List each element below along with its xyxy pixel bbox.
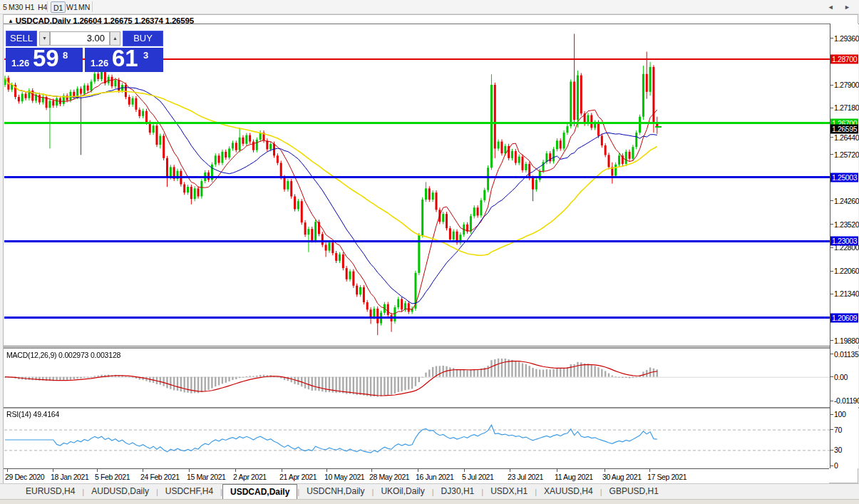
time-axis-tick	[97, 469, 98, 472]
time-axis-tick	[189, 469, 190, 472]
time-axis-date-label: 23 Jul 2021	[508, 473, 543, 481]
buy-button[interactable]: BUY	[123, 31, 163, 46]
time-axis-tick	[7, 469, 8, 472]
chart-tab-usdcad[interactable]: USDCAD,Daily	[222, 484, 297, 500]
rsi-panel-splitter[interactable]	[4, 407, 859, 408]
price-axis-tick	[830, 38, 833, 38]
price-axis-label: 1.27180	[834, 103, 859, 112]
bid-price-prefix: 1.26	[11, 58, 29, 68]
rsi-indicator-label: RSI(14) 49.4164	[6, 410, 59, 418]
chart-tab-dj30[interactable]: DJ30,H1	[434, 485, 482, 499]
price-line-label: 1.23003	[830, 237, 858, 246]
ask-price-point: 3	[143, 50, 148, 61]
price-axis-label: 1.19880	[834, 336, 859, 345]
price-axis-tick	[830, 224, 833, 225]
ask-price-big: 61	[112, 45, 138, 72]
time-axis-date-label: 18 Jan 2021	[51, 473, 88, 481]
ask-price-button[interactable]: 1.26 61 3	[85, 48, 163, 72]
timeframe-button-h1[interactable]: H1	[23, 1, 36, 13]
indicator-axis-label: 100	[834, 410, 845, 418]
chart-tab-eurusd[interactable]: EURUSD,H4	[19, 485, 82, 499]
main-panel-top-border	[4, 24, 859, 24]
price-axis-tick	[830, 154, 833, 155]
price-axis-tick	[830, 85, 833, 86]
indicator-axis-label: 30	[834, 446, 842, 454]
time-axis-tick	[557, 469, 557, 472]
price-line-label: 1.25003	[830, 173, 858, 182]
time-axis-date-label: 24 Feb 2021	[140, 473, 180, 481]
chart-tab-bar: EURUSD,H4|AUDUSD,Daily|USDCHF,H4|USDCAD,…	[0, 483, 859, 499]
price-axis-tick	[830, 414, 833, 415]
price-axis-label: 1.21340	[834, 289, 859, 298]
terminal-window: 5M30H1H4D1W1MN ▲ USDCAD,Daily 1.26604 1.…	[0, 0, 859, 504]
one-click-trading-panel: SELL ▼ 3.00 ▲ BUY 1.26 59 8 1.26 61 3	[6, 31, 163, 72]
pivot-line[interactable]	[4, 122, 830, 124]
price-axis-tick	[830, 247, 833, 248]
chart-tab-usdchf[interactable]: USDCHF,H4	[158, 485, 220, 499]
tab-scroll-arrows[interactable]: ◄ ►	[828, 4, 855, 11]
time-axis-tick	[605, 469, 605, 472]
volume-input[interactable]: 3.00	[50, 31, 110, 46]
chart-tab-usdx[interactable]: USDX,H1	[483, 485, 535, 499]
chart-tab-usdcnh[interactable]: USDCNH,Daily	[299, 485, 371, 499]
indicator-axis-label: 0.00	[834, 373, 848, 381]
macd-panel-canvas[interactable]	[4, 349, 830, 406]
time-axis-tick	[649, 469, 650, 472]
price-axis-tick	[830, 340, 833, 341]
price-axis-tick	[830, 429, 833, 430]
indicator-axis-label: 0	[834, 461, 838, 470]
bid-price-button[interactable]: 1.26 59 8	[6, 48, 83, 72]
time-axis-date-label: 2 Apr 2021	[233, 473, 267, 481]
rsi-panel-canvas[interactable]	[4, 408, 830, 468]
price-axis-label: 1.23520	[834, 220, 859, 229]
price-line-label: 1.26595	[830, 124, 858, 133]
time-axis-tick	[235, 469, 236, 472]
price-axis-label: 1.26440	[834, 133, 859, 142]
price-axis[interactable]: 1.293601.279001.271801.264401.257201.242…	[830, 24, 858, 468]
time-axis-tick	[418, 469, 418, 472]
volume-decrease-button[interactable]: ▼	[39, 31, 50, 46]
support-line-2[interactable]	[4, 240, 830, 242]
time-axis-date-label: 28 May 2021	[369, 473, 409, 481]
bid-price-point: 8	[63, 50, 68, 61]
price-axis-tick	[830, 271, 833, 272]
main-panel-bottom-border	[4, 346, 859, 346]
price-axis-tick	[830, 466, 833, 466]
timeframe-button-mn[interactable]: MN	[76, 1, 92, 13]
support-line-3[interactable]	[4, 317, 830, 319]
chart-tab-ukoil[interactable]: UKOil,Daily	[374, 485, 431, 499]
volume-increase-button[interactable]: ▲	[110, 31, 120, 46]
bid-price-big: 59	[33, 45, 59, 72]
chart-tab-gbpusd[interactable]: GBPUSD,H1	[602, 485, 666, 499]
price-axis-tick	[830, 401, 833, 401]
time-axis-date-label: 11 Aug 2021	[555, 473, 593, 481]
support-line-1[interactable]	[4, 176, 830, 178]
time-axis-tick	[53, 469, 53, 472]
time-axis-date-label: 29 Dec 2020	[5, 473, 44, 481]
main-chart-canvas[interactable]	[4, 24, 830, 345]
indicator-axis-label: 70	[834, 426, 842, 434]
time-axis-date-label: 15 Mar 2021	[187, 473, 226, 481]
toolbar-separator	[92, 1, 93, 12]
macd-panel-splitter[interactable]	[4, 347, 859, 349]
chart-tab-xauusd[interactable]: XAUUSD,H4	[537, 485, 600, 499]
time-axis[interactable]: 29 Dec 202018 Jan 20215 Feb 202124 Feb 2…	[4, 468, 829, 483]
time-axis-tick	[143, 469, 143, 472]
price-axis-tick	[830, 137, 833, 138]
price-axis-tick	[830, 354, 833, 354]
timeframe-toolbar: 5M30H1H4D1W1MN	[0, 0, 859, 14]
price-axis-label: 1.27900	[834, 81, 859, 89]
sell-button[interactable]: SELL	[6, 31, 37, 46]
price-axis-tick	[830, 294, 833, 294]
time-axis-date-label: 21 Apr 2021	[279, 473, 317, 481]
price-axis-label: 1.29360	[834, 34, 859, 43]
indicator-axis-label: 0.01135	[834, 350, 858, 359]
price-axis-label: 1.22060	[834, 267, 859, 275]
price-axis-tick	[830, 450, 833, 451]
current-price-dash	[655, 126, 662, 128]
chart-tab-audusd[interactable]: AUDUSD,Daily	[84, 485, 156, 499]
price-line-label: 1.20609	[830, 313, 858, 322]
time-axis-tick	[371, 469, 372, 472]
status-strip	[0, 499, 859, 504]
price-axis-label: 1.24260	[834, 197, 859, 205]
